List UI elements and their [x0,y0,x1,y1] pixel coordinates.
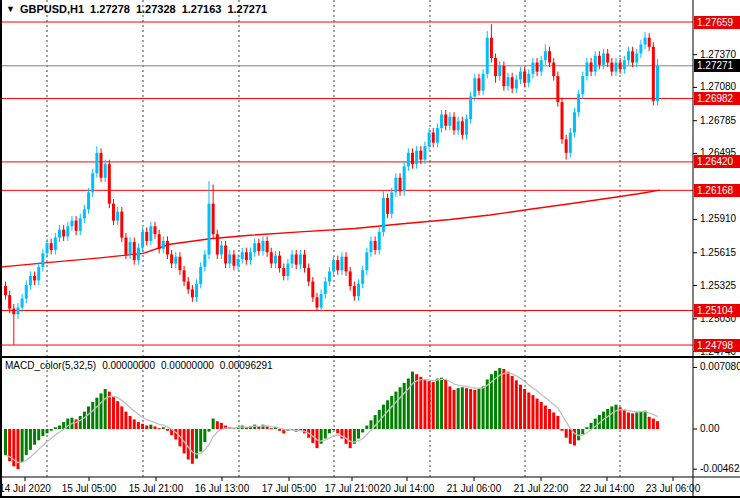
macd-value-2: 0.00000000 [161,360,214,371]
price-chart-canvas[interactable] [0,0,740,500]
price-level-badge: 1.26982 [694,92,740,105]
symbol-timeframe-label: GBPUSD,H1 [20,3,84,15]
macd-signal-line [6,373,658,463]
level-lines-layer [2,22,693,345]
macd-value-1: 0.00000000 [102,360,155,371]
time-axis-label: 15 Jul 05:00 [62,483,117,494]
price-axis-label: 1.27080 [700,81,736,92]
price-axis-label: 1.25615 [700,247,736,258]
price-level-badge: 1.26420 [694,155,740,168]
close-value: 1.27271 [227,3,267,15]
price-axis-label: 1.25910 [700,213,736,224]
price-level-badge: 1.27659 [694,16,740,29]
macd-value-3: 0.00096291 [220,360,273,371]
macd-histogram-layer [4,368,659,469]
macd-axis-label: 0.00 [700,423,719,434]
candles-layer [4,24,659,345]
time-axis-label: 17 Jul 05:00 [262,483,317,494]
time-axis-label: 14 Jul 2020 [0,483,51,494]
price-level-badge: 1.25104 [694,304,740,317]
macd-axis-label: -0.004622 [700,463,740,474]
time-axis-label: 23 Jul 06:00 [646,483,701,494]
time-axis-label: 22 Jul 14:00 [580,483,635,494]
current-price-badge: 1.27271 [694,59,740,72]
high-value: 1.27328 [136,3,176,15]
open-value: 1.27278 [90,3,130,15]
chart-title: ▼GBPUSD,H11.272781.273281.271631.27271 [6,3,267,15]
chart-window: ▼GBPUSD,H11.272781.273281.271631.27271 M… [0,0,740,500]
price-axis-label: 1.26785 [700,115,736,126]
price-level-badge: 1.24798 [694,339,740,352]
macd-indicator-label: MACD_color(5,32,5)0.000000000.000000000.… [5,360,273,371]
price-level-badge: 1.26168 [694,184,740,197]
price-axis-label: 1.25325 [700,280,736,291]
collapse-arrow-icon[interactable]: ▼ [6,4,15,14]
time-axis-label: 17 Jul 21:00 [325,483,380,494]
low-value: 1.27163 [182,3,222,15]
macd-name: MACD_color(5,32,5) [5,360,96,371]
time-axis-label: 21 Jul 22:00 [514,483,569,494]
moving-average-line [2,190,660,267]
time-axis-label: 21 Jul 06:00 [447,483,502,494]
time-axis-label: 15 Jul 21:00 [129,483,184,494]
time-axis-label: 16 Jul 13:00 [195,483,250,494]
time-axis-label: 20 Jul 14:00 [380,483,435,494]
price-axis-label: 1.27370 [700,49,736,60]
macd-axis-label: 0.0070802 [700,361,740,372]
